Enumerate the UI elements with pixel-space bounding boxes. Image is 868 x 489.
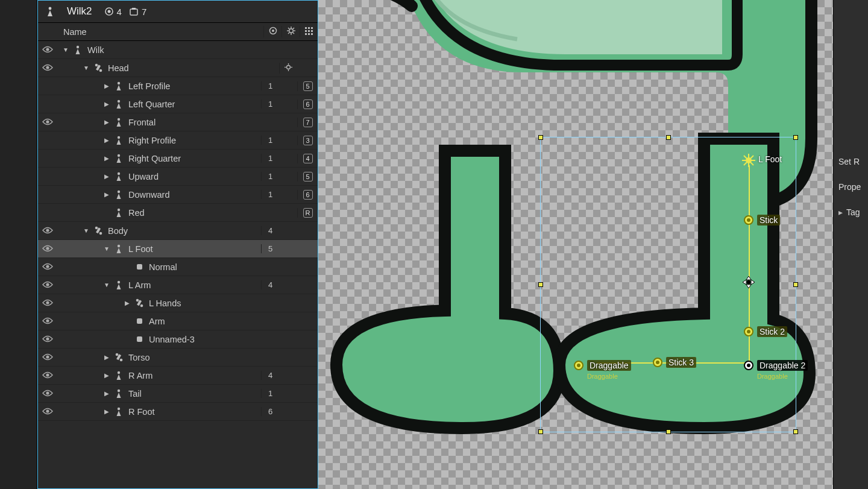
tree-row[interactable]: ▼Wilk — [38, 41, 318, 59]
tree-row[interactable]: ▼L Arm4 — [38, 276, 318, 294]
chevron-down-icon[interactable]: ▼ — [62, 46, 69, 53]
tree-row[interactable]: ▶Left Profile15 — [38, 77, 318, 95]
chevron-right-icon[interactable]: ▶ — [103, 191, 110, 198]
chevron-right-icon[interactable]: ▶ — [103, 408, 110, 415]
visibility-toggle[interactable] — [38, 262, 57, 272]
chevron-right-icon[interactable]: ▶ — [103, 173, 110, 180]
tree-row[interactable]: RedR — [38, 204, 318, 222]
chevron-right-icon[interactable]: ▶ — [103, 372, 110, 379]
visibility-toggle[interactable] — [38, 298, 57, 308]
chevron-right-icon[interactable]: ▶ — [103, 155, 110, 162]
tree-row[interactable]: Normal — [38, 258, 318, 276]
col-key[interactable]: 7 — [297, 118, 318, 127]
svg-point-70 — [118, 390, 120, 392]
handle-tr[interactable] — [793, 135, 798, 140]
svg-point-42 — [118, 172, 120, 175]
col-key[interactable]: 5 — [297, 172, 318, 181]
chevron-down-icon[interactable]: ▼ — [103, 282, 110, 288]
visibility-toggle[interactable] — [38, 63, 57, 73]
handle-tl[interactable] — [538, 135, 543, 140]
tree-row[interactable]: ▶R Arm4 — [38, 367, 318, 385]
tree-row[interactable]: ▶Right Profile13 — [38, 131, 318, 150]
handle-bc[interactable] — [666, 429, 671, 434]
column-gear-icon[interactable] — [281, 26, 300, 37]
tree-row[interactable]: Unnamed-3 — [38, 330, 318, 349]
svg-point-43 — [118, 191, 120, 193]
tree-item-label: Unnamed-3 — [149, 335, 195, 344]
tree-row[interactable]: ▶L Hands — [38, 294, 318, 312]
chevron-right-icon[interactable]: ▶ — [103, 83, 110, 89]
col-key[interactable]: 6 — [297, 190, 318, 200]
chevron-right-icon[interactable]: ▶ — [103, 119, 110, 125]
col-key[interactable]: 6 — [297, 99, 318, 109]
column-grid-icon[interactable] — [300, 27, 318, 37]
handle-tc[interactable] — [666, 135, 671, 140]
tree-row[interactable]: ▶Right Quarter14 — [38, 150, 318, 168]
tree-item-label: Upward — [128, 172, 159, 181]
visibility-toggle[interactable] — [38, 389, 57, 399]
chevron-right-icon[interactable]: ▶ — [103, 101, 110, 107]
tree-row[interactable]: ▼Head — [38, 59, 318, 77]
visibility-toggle[interactable] — [38, 371, 57, 380]
col-key[interactable]: 4 — [297, 154, 318, 163]
tree-row[interactable]: ▶Frontal7 — [38, 113, 318, 131]
tree-row[interactable]: ▶R Foot6 — [38, 403, 318, 421]
chevron-down-icon[interactable]: ▼ — [83, 65, 90, 71]
node-stick[interactable] — [744, 215, 753, 225]
node-draggable[interactable] — [574, 361, 583, 370]
visibility-toggle[interactable] — [38, 317, 57, 326]
col-gear[interactable] — [279, 63, 297, 74]
node-stick2[interactable] — [744, 327, 753, 336]
visibility-toggle[interactable] — [38, 280, 57, 290]
bone-icon — [93, 63, 103, 72]
handle-mr[interactable] — [793, 282, 798, 287]
handle-br[interactable] — [793, 429, 798, 434]
tree-row[interactable]: ▶Downward16 — [38, 186, 318, 204]
col-count: 1 — [261, 190, 279, 199]
visibility-toggle[interactable] — [38, 226, 57, 236]
visibility-toggle[interactable] — [38, 118, 57, 127]
tree-row[interactable]: ▼Body4 — [38, 222, 318, 240]
properties-header[interactable]: Prope — [834, 180, 868, 194]
node-lfoot[interactable] — [742, 154, 755, 167]
visibility-toggle[interactable] — [38, 244, 57, 254]
selection-bounds[interactable] — [540, 137, 796, 432]
chevron-right-icon[interactable]: ▶ — [124, 300, 131, 306]
hierarchy-title: Wilk2 — [67, 5, 92, 17]
handle-bl[interactable] — [538, 429, 543, 434]
tree-row[interactable]: ▶Left Quarter16 — [38, 95, 318, 113]
column-name[interactable]: Name — [60, 27, 263, 37]
chevron-down-icon[interactable]: ▼ — [103, 245, 110, 252]
svg-point-67 — [46, 373, 49, 376]
figure-icon — [114, 280, 124, 289]
visibility-toggle[interactable] — [38, 45, 57, 55]
col-key[interactable]: 5 — [297, 81, 318, 91]
tree-row[interactable]: ▶Torso — [38, 349, 318, 367]
chevron-right-icon[interactable]: ▶ — [103, 137, 110, 144]
visibility-toggle[interactable] — [38, 407, 57, 417]
hierarchy-tree[interactable]: ▼Wilk▼Head▶Left Profile15▶Left Quarter16… — [38, 41, 318, 488]
eye-count: 4 — [117, 7, 122, 17]
chevron-down-icon[interactable]: ▼ — [83, 227, 90, 234]
chevron-right-icon[interactable]: ▶ — [103, 390, 110, 397]
node-draggable2[interactable] — [744, 361, 753, 370]
tree-row[interactable]: ▶Tail1 — [38, 385, 318, 403]
col-key[interactable]: 3 — [297, 136, 318, 145]
column-target-icon[interactable] — [263, 26, 281, 37]
tree-row[interactable]: Arm — [38, 312, 318, 330]
visibility-toggle[interactable] — [38, 335, 57, 344]
svg-rect-22 — [305, 33, 307, 35]
chevron-right-icon[interactable]: ▶ — [103, 354, 110, 361]
col-key[interactable]: R — [297, 208, 318, 218]
visibility-toggle[interactable] — [38, 353, 57, 362]
node-stick3[interactable] — [653, 358, 662, 367]
handle-ml[interactable] — [538, 282, 543, 287]
tag-row[interactable]: ▸Tag — [834, 205, 868, 219]
tree-row[interactable]: ▶Upward15 — [38, 168, 318, 186]
set-button[interactable]: Set R — [834, 154, 868, 169]
canvas-viewport[interactable]: L Foot Stick Stick 2 Stick 3 Draggable D… — [318, 0, 833, 489]
tree-item-label: Normal — [149, 262, 177, 272]
pivot-icon[interactable] — [741, 275, 753, 287]
tree-row[interactable]: ▼L Foot5 — [38, 240, 318, 258]
svg-point-28 — [95, 64, 98, 67]
